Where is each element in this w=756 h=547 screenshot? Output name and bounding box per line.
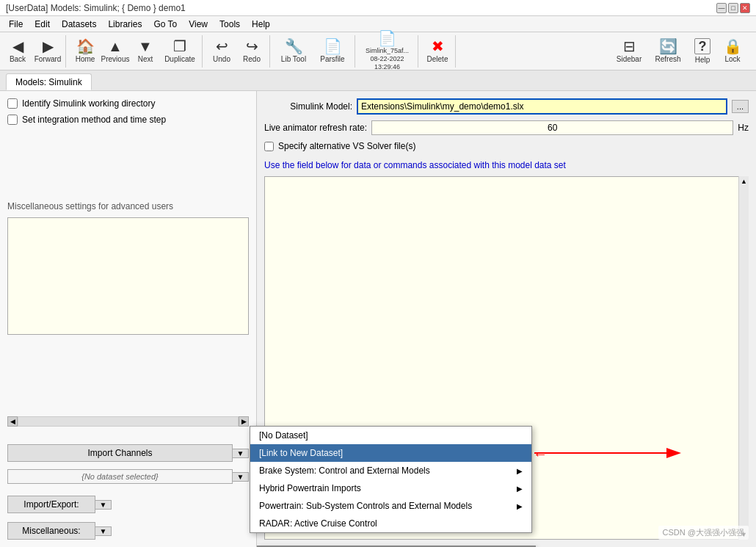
menu-file[interactable]: File (3, 18, 29, 31)
info-text: Use the field below for data or commands… (264, 160, 749, 170)
menu-datasets[interactable]: Datasets (56, 18, 102, 31)
lock-button[interactable]: 🔒 Lock (718, 35, 747, 68)
identify-simulink-row: Identify Simulink working directory (7, 98, 249, 109)
close-button[interactable]: ✕ (740, 3, 750, 13)
redo-icon: ↪ (246, 39, 258, 54)
toolbar: ◀ Back ▶ Forward 🏠 Home ▲ Previous ▼ Nex… (0, 32, 756, 70)
back-button[interactable]: ◀ Back (3, 35, 32, 68)
undo-icon: ↩ (216, 39, 228, 54)
scroll-up-arrow[interactable]: ▲ (739, 176, 749, 186)
dataset-menu-popup: [No Dataset] [Link to New Dataset] Brake… (250, 426, 532, 533)
specify-solver-label: Specify alternative VS Solver file(s) (278, 141, 415, 151)
set-integration-checkbox[interactable] (7, 115, 18, 125)
lib-tool-button[interactable]: 🔧 Lib Tool (275, 35, 313, 68)
hz-label: Hz (738, 123, 749, 133)
home-icon: 🏠 (76, 39, 95, 54)
identify-simulink-label: Identify Simulink working directory (22, 98, 155, 109)
sidebar-icon: ⊟ (623, 39, 636, 54)
minimize-button[interactable]: — (716, 3, 727, 13)
undo-button[interactable]: ↩ Undo (207, 35, 236, 68)
help-button[interactable]: ? Help (688, 35, 717, 68)
parsfile-icon: 📄 (324, 39, 342, 54)
set-integration-label: Set integration method and time step (22, 115, 166, 125)
identify-simulink-checkbox[interactable] (7, 98, 18, 109)
previous-icon: ▲ (108, 39, 123, 54)
submenu-arrow-brake: ▶ (517, 467, 523, 475)
import-export-dropdown[interactable]: ▼ (95, 500, 112, 510)
home-button[interactable]: 🏠 Home (70, 35, 100, 68)
menu-help[interactable]: Help (246, 18, 276, 31)
dropdown-item-brake-system[interactable]: Brake System: Control and External Model… (250, 462, 531, 479)
scroll-left-arrow[interactable]: ◀ (7, 416, 18, 427)
title-bar: [UserData] Models: Simulink; { Demo } de… (0, 0, 756, 16)
back-icon: ◀ (12, 39, 23, 54)
live-animator-input[interactable] (371, 120, 733, 135)
dropdown-item-link-new-dataset[interactable]: [Link to New Dataset] (250, 444, 531, 462)
simlink-file-icon: 📄 (378, 31, 396, 46)
next-icon: ▼ (138, 39, 153, 54)
watermark: CSDN @大强强小强强 (658, 526, 749, 540)
dropdown-item-no-dataset[interactable]: [No Dataset] (250, 427, 531, 444)
dataset-row: {No dataset selected} ▼ (7, 469, 249, 484)
import-channels-row: Import Channels ▼ (7, 444, 249, 462)
forward-icon: ▶ (43, 39, 54, 54)
import-export-button[interactable]: Import/Export: (7, 496, 95, 513)
menu-view[interactable]: View (183, 18, 214, 31)
parsfile-button[interactable]: 📄 Parsfile (313, 35, 352, 68)
dataset-dropdown[interactable]: ▼ (233, 472, 249, 482)
misc-settings-label: Miscellaneous settings for advanced user… (7, 201, 249, 211)
live-animator-label: Live animator refresh rate: (264, 123, 367, 133)
sidebar-button[interactable]: ⊟ Sidebar (610, 35, 648, 68)
no-dataset-label: {No dataset selected} (7, 469, 233, 484)
title-text: [UserData] Models: Simulink; { Demo } de… (6, 3, 716, 13)
menu-tools[interactable]: Tools (214, 18, 246, 31)
next-button[interactable]: ▼ Next (131, 35, 160, 68)
import-channels-dropdown[interactable]: ▼ (233, 449, 249, 458)
miscellaneous-button[interactable]: Miscellaneous: (7, 522, 95, 540)
set-integration-row: Set integration method and time step (7, 115, 249, 125)
submenu-arrow-hybrid: ▶ (517, 485, 523, 493)
scroll-track[interactable] (18, 416, 239, 427)
simulink-model-label: Simulink Model: (264, 101, 352, 112)
simulink-model-input[interactable] (357, 98, 727, 115)
lib-tool-icon: 🔧 (285, 39, 303, 54)
tab-models-simulink[interactable]: Models: Simulink (6, 73, 92, 90)
tab-bar: Models: Simulink (0, 70, 756, 91)
specify-solver-row: Specify alternative VS Solver file(s) (264, 141, 749, 151)
misc-settings-textarea[interactable] (7, 217, 249, 335)
delete-button[interactable]: ✖ Delete (423, 35, 452, 68)
horizontal-scrollbar[interactable]: ◀ ▶ (7, 416, 249, 427)
duplicate-icon: ❐ (173, 39, 186, 54)
duplicate-button[interactable]: ❐ Duplicate (161, 35, 199, 68)
dropdown-item-powertrain[interactable]: Powertrain: Sub-System Controls and Exte… (250, 497, 531, 515)
refresh-button[interactable]: 🔄 Refresh (649, 35, 687, 68)
menu-libraries[interactable]: Libraries (102, 18, 148, 31)
browse-button[interactable]: ... (732, 100, 749, 113)
scroll-right-arrow[interactable]: ▶ (239, 416, 249, 427)
miscellaneous-dropdown[interactable]: ▼ (95, 526, 112, 536)
maximize-button[interactable]: □ (728, 3, 738, 13)
menu-goto[interactable]: Go To (148, 18, 183, 31)
window-controls[interactable]: — □ ✕ (716, 3, 750, 13)
redo-button[interactable]: ↪ Redo (237, 35, 266, 68)
dropdown-item-hybrid-powertrain[interactable]: Hybrid Powertrain Imports ▶ (250, 479, 531, 497)
forward-button[interactable]: ▶ Forward (33, 35, 62, 68)
right-scrollbar[interactable]: ▲ ▼ (738, 176, 749, 540)
simulink-model-row: Simulink Model: ... (264, 98, 749, 115)
help-icon: ? (694, 38, 710, 54)
import-channels-button[interactable]: Import Channels (7, 444, 233, 462)
left-panel: Identify Simulink working directory Set … (0, 91, 257, 547)
misc-row: Miscellaneous: ▼ (7, 522, 249, 540)
simlink-file-button[interactable]: 📄 Simlink_75af...08-22-2022 13:29:46 (360, 35, 415, 68)
lock-icon: 🔒 (724, 39, 742, 54)
live-animator-row: Live animator refresh rate: Hz (264, 120, 749, 135)
refresh-icon: 🔄 (659, 39, 677, 54)
specify-solver-checkbox[interactable] (264, 142, 274, 151)
import-export-row: Import/Export: ▼ (7, 496, 249, 513)
delete-icon: ✖ (432, 39, 444, 54)
menu-edit[interactable]: Edit (29, 18, 56, 31)
dropdown-item-radar[interactable]: RADAR: Active Cruise Control (250, 515, 531, 532)
previous-button[interactable]: ▲ Previous (101, 35, 130, 68)
submenu-arrow-powertrain: ▶ (517, 502, 523, 510)
